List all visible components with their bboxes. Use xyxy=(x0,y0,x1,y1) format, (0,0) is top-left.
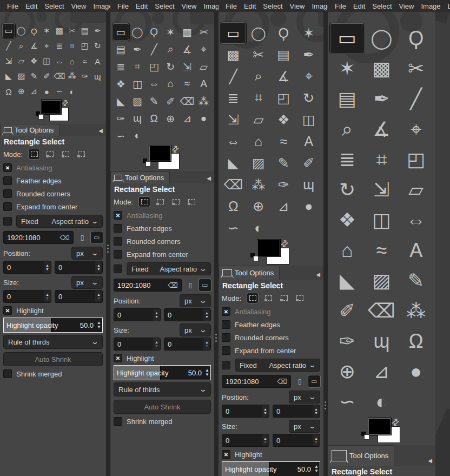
foreground-color-swatch[interactable] xyxy=(42,100,61,114)
free-select-tool-icon[interactable]: Ϙ xyxy=(399,23,433,54)
aspect-ratio-input[interactable]: 1920:1080⌫ xyxy=(114,279,182,292)
guides-combo[interactable]: Rule of thirds⌄ xyxy=(3,335,103,349)
paths-tool-icon[interactable]: ✒ xyxy=(91,23,104,38)
eraser-tool-icon[interactable]: ⌫ xyxy=(221,174,246,195)
menu-item-select[interactable]: Select xyxy=(263,2,282,10)
tool-options-tab[interactable]: Tool Options xyxy=(328,445,394,466)
menu-item-view[interactable]: View xyxy=(290,2,305,10)
cage-transform-tool-icon[interactable]: ⌂ xyxy=(330,235,365,266)
number-spinbox[interactable]: 0▲▼ xyxy=(114,338,161,351)
text-tool-icon[interactable]: A xyxy=(91,54,104,69)
align-tool-icon[interactable]: ≣ xyxy=(330,144,365,175)
spinbox-arrows[interactable]: ▲▼ xyxy=(203,309,210,321)
measure-tool-icon[interactable]: ∡ xyxy=(271,65,296,87)
spin-down-icon[interactable]: ▼ xyxy=(97,267,101,271)
text-tool-icon[interactable]: A xyxy=(195,75,212,92)
number-spinbox[interactable]: 0▲▼ xyxy=(55,290,103,303)
scale-tool-icon[interactable]: ⇲ xyxy=(221,109,246,130)
checkbox[interactable] xyxy=(3,369,12,378)
mode-subtract-button[interactable] xyxy=(60,149,71,159)
number-spinbox[interactable]: 0▲▼ xyxy=(222,405,269,418)
smudge-tool-icon[interactable]: ∽ xyxy=(112,127,129,144)
menu-item-view[interactable]: View xyxy=(182,2,197,10)
zoom-tool-icon[interactable]: ⌕ xyxy=(330,114,365,144)
paths-tool-icon[interactable]: ✒ xyxy=(365,84,399,114)
rectangle-select-tool-icon[interactable]: ▭ xyxy=(2,23,15,38)
cage-transform-tool-icon[interactable]: ⌂ xyxy=(162,75,179,92)
landscape-button[interactable]: ▭ xyxy=(91,232,103,243)
text-tool-icon[interactable]: A xyxy=(296,130,322,152)
bucket-fill-tool-icon[interactable]: ◣ xyxy=(2,69,15,84)
menu-item-edit[interactable]: Edit xyxy=(353,2,365,10)
checkbox[interactable]: ✕ xyxy=(222,307,230,316)
fuzzy-select-tool-icon[interactable]: ✶ xyxy=(162,23,179,41)
checkbox[interactable] xyxy=(114,250,122,259)
spin-up-icon[interactable]: ▲ xyxy=(97,293,101,296)
clone-tool-icon[interactable]: Ω xyxy=(399,326,433,356)
mode-add-button[interactable] xyxy=(263,293,274,303)
unified-transform-tool-icon[interactable]: ◰ xyxy=(145,58,162,75)
spin-up-icon[interactable]: ▲ xyxy=(45,293,49,296)
warp-transform-tool-icon[interactable]: ≈ xyxy=(78,54,91,69)
spin-down-icon[interactable]: ▼ xyxy=(155,344,158,348)
ellipse-select-tool-icon[interactable]: ◯ xyxy=(246,22,272,44)
heal-tool-icon[interactable]: ⊕ xyxy=(15,84,28,99)
guides-combo[interactable]: Rule of thirds⌄ xyxy=(114,382,211,396)
checkbox[interactable] xyxy=(3,176,12,185)
spin-down-icon[interactable]: ▼ xyxy=(45,267,49,271)
spinbox-arrows[interactable]: ▲▼ xyxy=(44,290,51,302)
foreground-select-tool-icon[interactable]: ▤ xyxy=(112,41,129,58)
crop-tool-icon[interactable]: ⌗ xyxy=(246,87,272,109)
menu-item-edit[interactable]: Edit xyxy=(136,2,148,10)
aspect-ratio-input[interactable]: 1920:1080⌫ xyxy=(3,231,74,244)
portrait-button[interactable]: ▯ xyxy=(76,232,88,243)
handle-transform-tool-icon[interactable]: ❖ xyxy=(271,109,296,130)
scissors-select-tool-icon[interactable]: ✂ xyxy=(399,54,433,84)
fuzzy-select-tool-icon[interactable]: ✶ xyxy=(330,54,365,84)
flip-tool-icon[interactable]: ⇔ xyxy=(221,130,246,152)
default-colors-icon[interactable] xyxy=(250,253,258,261)
menu-item-image[interactable]: Image xyxy=(421,2,440,10)
select-by-color-tool-icon[interactable]: ▩ xyxy=(179,23,196,41)
landscape-button[interactable]: ▭ xyxy=(199,279,211,291)
number-spinbox[interactable]: 0▲▼ xyxy=(114,308,161,321)
cage-transform-tool-icon[interactable]: ⌂ xyxy=(66,54,79,69)
spin-down-icon[interactable]: ▼ xyxy=(263,411,267,415)
tab-menu-icon[interactable]: ◀ xyxy=(98,128,103,134)
rotate-tool-icon[interactable]: ↻ xyxy=(296,87,322,109)
zoom-tool-icon[interactable]: ⌕ xyxy=(246,65,272,87)
number-spinbox[interactable]: 0▲▼ xyxy=(164,338,211,351)
paintbrush-tool-icon[interactable]: ✐ xyxy=(330,296,365,326)
foreground-color-swatch[interactable] xyxy=(257,240,280,256)
zoom-tool-icon[interactable]: ⌕ xyxy=(162,41,179,58)
paintbrush-tool-icon[interactable]: ✐ xyxy=(41,69,54,84)
spin-down-icon[interactable]: ▼ xyxy=(205,344,209,348)
clone-tool-icon[interactable]: Ω xyxy=(221,195,246,217)
tool-options-tab[interactable]: Tool Options xyxy=(219,266,280,280)
number-spinbox[interactable]: 0▲▼ xyxy=(3,261,51,274)
warp-transform-tool-icon[interactable]: ≈ xyxy=(365,235,399,266)
spin-up-icon[interactable]: ▲ xyxy=(155,311,158,315)
scissors-select-tool-icon[interactable]: ✂ xyxy=(195,23,212,41)
menu-item-view[interactable]: View xyxy=(71,2,87,10)
fixed-aspect-combo[interactable]: FixedAspect ratio⌄ xyxy=(16,215,103,228)
clone-tool-icon[interactable]: Ω xyxy=(145,110,162,127)
unified-transform-tool-icon[interactable]: ◰ xyxy=(271,87,296,109)
scale-tool-icon[interactable]: ⇲ xyxy=(179,58,196,75)
spin-down-icon[interactable]: ▼ xyxy=(97,296,101,300)
mypaint-brush-tool-icon[interactable]: ɰ xyxy=(296,174,322,195)
spin-up-icon[interactable]: ▲ xyxy=(263,437,267,440)
highlight-opacity-slider[interactable]: Highlight opacity50.0▲▼ xyxy=(114,365,211,380)
position-unit-combo[interactable]: px⌄ xyxy=(180,294,211,307)
warp-transform-tool-icon[interactable]: ≈ xyxy=(271,130,296,152)
perspective-tool-icon[interactable]: ◫ xyxy=(129,75,146,92)
checkbox[interactable]: ✕ xyxy=(114,354,122,362)
spin-down-icon[interactable]: ▼ xyxy=(205,315,209,319)
flip-tool-icon[interactable]: ⇔ xyxy=(399,205,433,235)
scale-tool-icon[interactable]: ⇲ xyxy=(2,54,15,69)
menu-item-image[interactable]: Image xyxy=(93,2,110,10)
slider-spin[interactable]: ▲▼ xyxy=(96,318,102,332)
menu-item-select[interactable]: Select xyxy=(44,2,64,10)
highlight-opacity-slider[interactable]: Highlight opacity50.0▲▼ xyxy=(3,318,103,333)
checkbox[interactable] xyxy=(222,333,230,342)
